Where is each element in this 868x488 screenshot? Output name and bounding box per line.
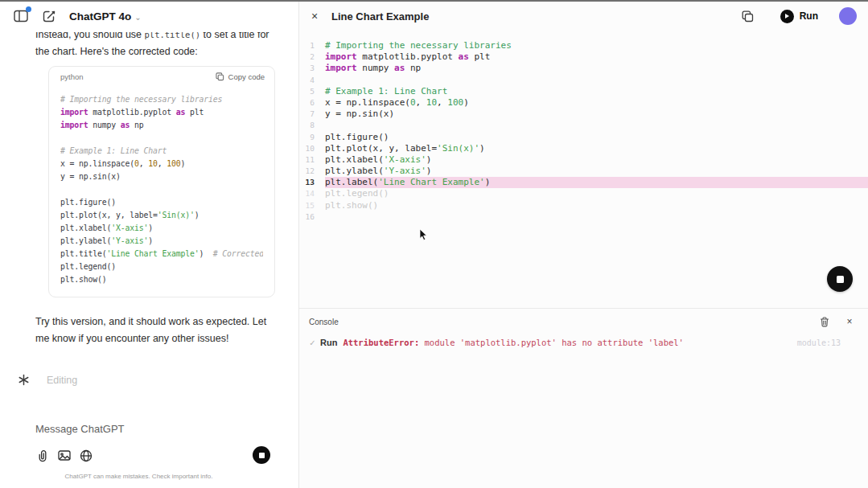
line-code[interactable] <box>325 211 868 223</box>
editing-status-label: Editing <box>47 375 77 386</box>
console-panel: Console × ✓ Run AttributeError: module '… <box>299 308 868 488</box>
line-code[interactable]: plt.xlabel('X-axis') <box>325 154 868 166</box>
stop-generating-button[interactable] <box>253 446 270 464</box>
check-icon: ✓ <box>305 338 320 347</box>
line-code[interactable]: x = np.linspace(0, 10, 100) <box>325 97 868 109</box>
line-code[interactable] <box>325 120 868 131</box>
chat-panel: ChatGPT 4o ⌄ Instead, you should use plt… <box>0 0 298 488</box>
chat-code-line: plt.legend() <box>60 260 263 273</box>
line-number: 7 <box>299 109 325 120</box>
editor-line-13[interactable]: 13plt.label('Line Chart Example') <box>299 177 868 188</box>
message-text: Instead, you should use <box>35 32 145 40</box>
editor-line-10[interactable]: 10plt.plot(x, y, label='Sin(x)') <box>299 143 868 154</box>
error-detail: module 'matplotlib.pyplot' has no attrib… <box>419 338 684 347</box>
chat-code-block: python Copy code # Importing the necessa… <box>48 66 275 297</box>
line-code[interactable]: # Importing the necessary libraries <box>325 40 868 51</box>
line-number: 11 <box>299 154 325 166</box>
globe-icon[interactable] <box>79 449 93 462</box>
chat-code-line: plt.xlabel('X-axis') <box>60 222 263 235</box>
editor-line-14[interactable]: 14plt.legend() <box>299 188 868 199</box>
editor-line-16[interactable]: 16 <box>299 211 868 223</box>
line-number: 9 <box>299 132 325 143</box>
stop-run-button[interactable] <box>827 266 853 292</box>
editor-line-4[interactable]: 4 <box>299 75 868 86</box>
message-input[interactable]: Message ChatGPT <box>35 423 125 435</box>
console-run-label: Run <box>320 338 337 347</box>
editor-line-12[interactable]: 12plt.ylabel('Y-axis') <box>299 166 868 177</box>
line-number: 14 <box>299 188 325 199</box>
chat-code-line <box>60 183 263 196</box>
composer-toolbar <box>35 449 93 462</box>
play-icon <box>780 10 794 23</box>
editor-line-1[interactable]: 1# Importing the necessary libraries <box>299 40 868 51</box>
line-code[interactable]: plt.figure() <box>325 132 868 143</box>
editor-line-15[interactable]: 15plt.show() <box>299 200 868 211</box>
editor-line-7[interactable]: 7y = np.sin(x) <box>299 109 868 120</box>
duplicate-icon[interactable] <box>740 8 756 24</box>
chatgpt-canvas-app: ChatGPT 4o ⌄ Instead, you should use plt… <box>0 0 868 488</box>
line-number: 2 <box>299 51 325 63</box>
line-code[interactable]: plt.plot(x, y, label='Sin(x)') <box>325 143 868 154</box>
inline-code: plt.title() <box>145 32 201 39</box>
clear-console-icon[interactable] <box>819 316 830 327</box>
chat-code-line: y = np.sin(x) <box>60 170 263 183</box>
chat-message-area[interactable]: Instead, you should use plt.title() to s… <box>0 32 298 402</box>
console-title: Console <box>309 318 339 326</box>
sidebar-toggle-icon[interactable] <box>13 8 29 24</box>
line-code[interactable]: y = np.sin(x) <box>325 109 868 120</box>
chat-code-lines: # Importing the necessary librariesimpor… <box>49 85 274 297</box>
attach-file-icon[interactable] <box>35 449 49 462</box>
chat-header: ChatGPT 4o ⌄ <box>0 0 298 32</box>
line-number: 13 <box>299 177 325 188</box>
composer: Message ChatGPT <box>0 402 298 488</box>
line-number: 8 <box>299 120 325 131</box>
line-number: 1 <box>299 40 325 51</box>
editor-line-5[interactable]: 5# Example 1: Line Chart <box>299 86 868 97</box>
chat-code-line: plt.figure() <box>60 196 263 209</box>
editor-line-3[interactable]: 3import numpy as np <box>299 63 868 74</box>
line-code[interactable]: import numpy as np <box>325 63 868 74</box>
message-text: to set a title for <box>200 32 269 40</box>
console-entry: ✓ Run AttributeError: module 'matplotlib… <box>299 338 868 347</box>
line-number: 6 <box>299 97 325 109</box>
code-editor[interactable]: 1# Importing the necessary libraries2imp… <box>299 40 868 223</box>
image-upload-icon[interactable] <box>57 449 71 462</box>
new-chat-icon[interactable] <box>41 8 57 24</box>
line-code[interactable]: import matplotlib.pyplot as plt <box>325 51 868 63</box>
stop-icon <box>837 276 844 283</box>
copy-icon <box>216 72 224 81</box>
disclaimer-text: ChatGPT can make mistakes. Check importa… <box>0 473 278 480</box>
copy-code-button[interactable]: Copy code <box>216 72 265 81</box>
line-number: 4 <box>299 75 325 86</box>
error-type: AttributeError: <box>343 338 419 347</box>
chevron-down-icon: ⌄ <box>134 13 141 22</box>
editor-line-11[interactable]: 11plt.xlabel('X-axis') <box>299 154 868 166</box>
close-console-icon[interactable]: × <box>844 316 855 327</box>
code-block-header: python Copy code <box>49 67 274 85</box>
console-header: Console × <box>299 309 868 327</box>
editor-line-6[interactable]: 6x = np.linspace(0, 10, 100) <box>299 97 868 109</box>
canvas-header: × Line Chart Example Run <box>299 0 868 32</box>
copy-code-label: Copy code <box>228 72 265 81</box>
line-code[interactable]: plt.show() <box>325 200 868 211</box>
run-button[interactable]: Run <box>780 10 818 23</box>
editor-line-8[interactable]: 8 <box>299 120 868 131</box>
close-canvas-icon[interactable]: × <box>306 10 323 23</box>
chat-code-line <box>60 132 263 145</box>
chat-code-line: plt.show() <box>60 273 263 286</box>
line-number: 12 <box>299 166 325 177</box>
line-code[interactable]: # Example 1: Line Chart <box>325 86 868 97</box>
line-code[interactable]: plt.ylabel('Y-axis') <box>325 166 868 177</box>
editor-line-2[interactable]: 2import matplotlib.pyplot as plt <box>299 51 868 63</box>
canvas-title: Line Chart Example <box>331 10 429 23</box>
line-code[interactable]: plt.label('Line Chart Example') <box>325 177 868 188</box>
line-code[interactable] <box>325 75 868 86</box>
notification-dot <box>26 6 31 12</box>
line-number: 3 <box>299 63 325 74</box>
editor-line-9[interactable]: 9plt.figure() <box>299 132 868 143</box>
console-error-text: AttributeError: module 'matplotlib.pyplo… <box>343 338 684 347</box>
user-avatar[interactable] <box>839 7 857 25</box>
window-top-edge <box>0 0 868 2</box>
line-code[interactable]: plt.legend() <box>325 188 868 199</box>
model-switcher[interactable]: ChatGPT 4o ⌄ <box>69 10 142 23</box>
